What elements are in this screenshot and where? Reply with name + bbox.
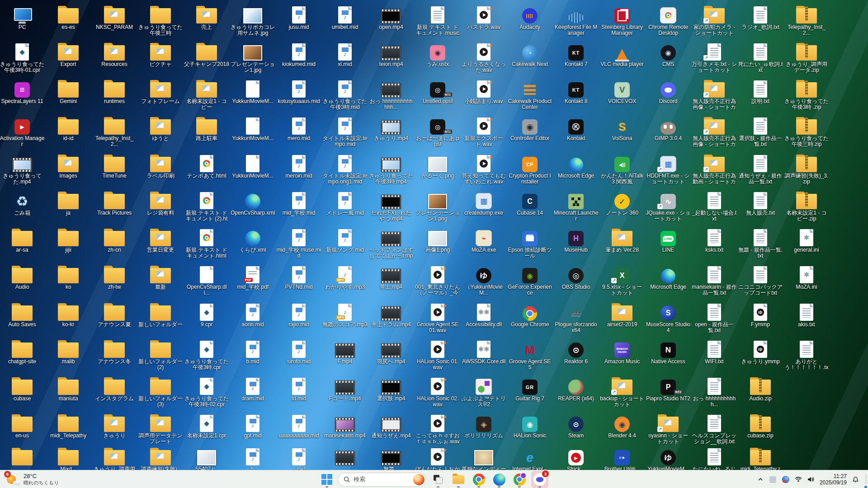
- desktop-icon[interactable]: ◆9.cpr: [184, 301, 229, 328]
- desktop-icon[interactable]: ♪sirofo.mid: [276, 338, 321, 365]
- desktop-icon[interactable]: ⊙Steam: [553, 412, 599, 439]
- hidden-icons-chevron-icon[interactable]: [756, 474, 764, 485]
- desktop-icon[interactable]: 選択肢.mp4: [368, 375, 414, 402]
- desktop-icon[interactable]: maniuta: [46, 375, 91, 402]
- taskbar-app-chrome-profile[interactable]: [511, 471, 528, 488]
- desktop-icon[interactable]: en-us: [0, 412, 45, 439]
- desktop-icon[interactable]: ◆きゅうり食ってた午後3時-02.cpr: [184, 375, 229, 408]
- desktop-icon[interactable]: きゅうり食ってた午後三時.zip: [784, 115, 829, 147]
- desktop-icon[interactable]: きゅうり_調声用データ.zip: [784, 41, 829, 73]
- desktop-icon[interactable]: Audacity: [507, 4, 552, 30]
- desktop-icon[interactable]: ラジオ_歌詞.txt: [738, 4, 783, 30]
- desktop-icon[interactable]: CCubase 14: [507, 189, 552, 216]
- desktop-icon[interactable]: フォトフレーム: [138, 78, 183, 104]
- desktop-icon[interactable]: ♪MP3わかりやす.mp3: [322, 263, 368, 290]
- desktop-icon[interactable]: 名称未設定1 - コピー.zip: [784, 189, 829, 222]
- desktop-icon[interactable]: Groove Agent SE 01.wav: [415, 301, 460, 333]
- desktop-icon[interactable]: ゆYukkuriMovieM...: [646, 446, 691, 472]
- desktop-icon[interactable]: akis.txt: [784, 301, 829, 328]
- desktop-icon[interactable]: jijii: [46, 226, 91, 253]
- notification-bell-icon[interactable]: [851, 474, 859, 485]
- desktop-icon[interactable]: かるーく.png: [415, 152, 460, 179]
- desktop-icon[interactable]: プレゼンテーション1.jpg: [230, 41, 275, 73]
- desktop-icon[interactable]: ♻ごみ箱: [0, 189, 45, 216]
- desktop-icon[interactable]: 通知うぜえ.mp4: [368, 412, 414, 439]
- desktop-icon[interactable]: 新しいフォルダー (3): [138, 375, 183, 408]
- desktop-icon[interactable]: ≡SpectraLayers 11: [0, 78, 45, 104]
- search-input[interactable]: 検索: [338, 473, 426, 487]
- desktop-icon[interactable]: だれだFXいれたやつ.mp4: [368, 189, 414, 222]
- desktop-icon[interactable]: インスタグラム: [92, 375, 137, 402]
- desktop-icon[interactable]: ラベル印刷: [138, 152, 183, 179]
- weather-widget[interactable]: 9 28°C 晴れのちくもり: [4, 471, 62, 488]
- desktop-icon[interactable]: GIMP 3.0.4: [646, 115, 691, 141]
- taskbar-app-discord[interactable]: 3: [531, 471, 548, 488]
- desktop-icon[interactable]: ◈ポリリリリズム: [461, 412, 506, 439]
- desktop-icon[interactable]: ◉GeForce Experience: [507, 263, 552, 296]
- desktop-icon[interactable]: Track Pictures: [92, 189, 137, 216]
- desktop-icon[interactable]: Microsoft Edge: [553, 152, 599, 179]
- desktop-icon[interactable]: id-id: [46, 115, 91, 141]
- desktop-icon[interactable]: VLC media player: [599, 41, 645, 67]
- desktop-icon[interactable]: ♪uaaaaaaaaa.mid: [276, 412, 321, 439]
- desktop-icon[interactable]: ♪新規ソング.mid: [322, 226, 368, 253]
- taskbar-app-file-explorer[interactable]: [450, 471, 467, 488]
- desktop-icon[interactable]: ✱MoZA.ini: [784, 263, 829, 290]
- desktop-icon[interactable]: midi_Telepathy: [46, 412, 91, 439]
- desktop-icon[interactable]: malib: [46, 338, 91, 365]
- desktop-icon[interactable]: amazonmusicAmazon Music: [599, 338, 645, 365]
- desktop-icon[interactable]: ◎NT2おーばーまにあ.ppsf: [415, 115, 460, 147]
- desktop-icon[interactable]: バスドラ.wav: [461, 4, 506, 30]
- desktop-icon[interactable]: ⓀKontakt: [553, 115, 599, 141]
- desktop-icon[interactable]: 新しいフォルダー (2): [138, 338, 183, 371]
- desktop-icon[interactable]: ぷよぷよ™テトリス®2: [461, 375, 506, 408]
- desktop-icon[interactable]: ゆきゅうり.ymmp: [738, 338, 783, 365]
- desktop-icon[interactable]: Telepathy_Inst_2...: [784, 4, 829, 36]
- desktop-icon[interactable]: 無人販売.txt: [738, 189, 783, 216]
- desktop-icon[interactable]: ∿↗JQuake.exe - ショートカット: [646, 189, 691, 222]
- desktop-icon[interactable]: きゅうり食ってた.mp4: [0, 152, 45, 185]
- desktop-icon[interactable]: ♪タイトル未設定.tempo.orig1.mid: [322, 152, 368, 185]
- desktop-icon[interactable]: 通知うぜえ - 親作品一覧.txt: [738, 152, 783, 185]
- desktop-icon[interactable]: ♪タイトル未設定.tempo.mid: [322, 115, 368, 147]
- desktop-icon[interactable]: 新しいフォルダー: [138, 301, 183, 328]
- taskbar-clock[interactable]: 11:27 2025/09/19: [820, 473, 847, 486]
- desktop-icon[interactable]: VVOICEVOX: [599, 78, 645, 104]
- desktop-icon[interactable]: きゅうり: [92, 412, 137, 439]
- desktop-icon[interactable]: 画像1.png: [415, 226, 460, 253]
- volume-icon[interactable]: [807, 474, 815, 485]
- desktop-icon[interactable]: Discord: [646, 78, 691, 104]
- desktop-icon[interactable]: manisekarin.mp4: [322, 412, 368, 439]
- desktop-icon[interactable]: アナウンス夏: [92, 301, 137, 328]
- desktop-icon[interactable]: ♪きゅうり食ってた午後3時.mid: [322, 78, 368, 110]
- desktop-icon[interactable]: ◎OBS Studio: [553, 263, 599, 290]
- desktop-icon[interactable]: 選択肢 - 親作品一覧.txt: [738, 115, 783, 147]
- desktop-icon[interactable]: ♪rajio.mid: [276, 301, 321, 328]
- desktop-icon[interactable]: ◔Cakewalk Next: [507, 41, 552, 67]
- desktop-icon[interactable]: SMuseScore Studio 4: [646, 301, 691, 333]
- desktop-icon[interactable]: 答え知っててもむずいわこれ.wav: [461, 152, 506, 185]
- desktop-icon[interactable]: ♪kiokumed.mid: [276, 41, 321, 67]
- desktop-icon[interactable]: 小銭詰まり.wav: [461, 78, 506, 104]
- desktop-icon[interactable]: ◉CMS: [646, 41, 691, 67]
- start-button[interactable]: [319, 471, 335, 488]
- desktop-icon[interactable]: OpenCvSharp.xml: [230, 189, 275, 216]
- desktop-icon[interactable]: cubase.zip: [738, 412, 783, 439]
- desktop-icon[interactable]: zh-cn: [92, 226, 137, 253]
- desktop-icon[interactable]: レジ袋有料: [138, 189, 183, 216]
- desktop-icon[interactable]: プレゼンテーション1.png: [415, 189, 460, 222]
- desktop-icon[interactable]: ♪gpt.mid: [230, 412, 275, 439]
- desktop-icon[interactable]: X↗9.5.xlsx - ショートカット: [599, 263, 645, 296]
- desktop-icon[interactable]: teion.mp4: [368, 41, 414, 67]
- desktop-icon[interactable]: sfzPlogue sforzando x64: [553, 301, 599, 333]
- desktop-icon[interactable]: Minecraft Launcher: [553, 189, 599, 222]
- desktop-icon[interactable]: ◉うみ.ustx: [415, 41, 460, 67]
- desktop-icon[interactable]: きゅうりボカコレ用サムネ.jpg: [230, 4, 275, 36]
- desktop-icon[interactable]: ニコニコバックアップコードtxt: [738, 263, 783, 296]
- desktop-icon[interactable]: cubase: [0, 375, 45, 402]
- desktop-icon[interactable]: ♪xl.mid: [322, 41, 368, 67]
- desktop-icon[interactable]: Epson 接続診断ツール: [507, 226, 552, 259]
- desktop-icon[interactable]: ◉Controller Editor: [507, 115, 552, 141]
- desktop-icon[interactable]: ヘッドフォンはずしててよかっt.mp4: [368, 226, 414, 259]
- desktop-icon[interactable]: HMuseHub: [553, 226, 599, 253]
